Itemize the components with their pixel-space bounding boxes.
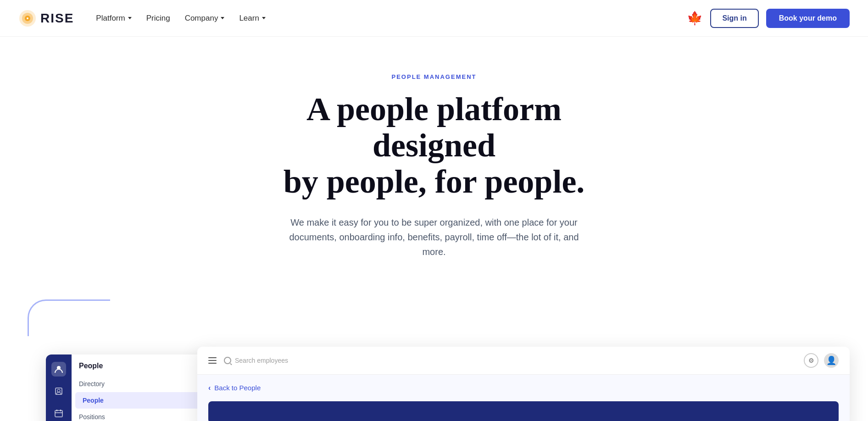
hamburger-icon[interactable] <box>208 357 217 364</box>
book-demo-button[interactable]: Book your demo <box>766 9 850 28</box>
app-preview: People Directory ▾ People Positions <box>0 299 868 421</box>
sidebar-item-people[interactable]: People <box>75 392 207 409</box>
navbar: RISE Platform Pricing Company Learn 🍁 Si… <box>0 0 868 37</box>
hero-eyebrow: PEOPLE MANAGEMENT <box>18 73 850 80</box>
deco-curve-left <box>28 299 110 336</box>
panel-body: ‹ Back to People <box>197 375 850 421</box>
sidebar-item-directory[interactable]: Directory ▾ <box>72 376 211 392</box>
company-chevron-icon <box>221 17 224 19</box>
hero-section: PEOPLE MANAGEMENT A people platform desi… <box>0 37 868 299</box>
rail-contacts-icon <box>51 384 66 399</box>
panel-topbar-right: ⚙ 👤 <box>804 353 839 368</box>
sign-in-button[interactable]: Sign in <box>710 9 758 28</box>
back-to-people-link[interactable]: ‹ Back to People <box>208 384 839 392</box>
rail-people-icon <box>51 362 66 377</box>
sidebar-mockup: People Directory ▾ People Positions <box>46 355 211 421</box>
panel-topbar-left: Search employees <box>208 357 288 364</box>
svg-point-6 <box>57 389 60 392</box>
hamburger-line-1 <box>208 357 217 358</box>
sidebar-section-title: People <box>72 362 211 376</box>
learn-chevron-icon <box>262 17 266 19</box>
platform-chevron-icon <box>128 17 132 19</box>
back-chevron-icon: ‹ <box>208 384 211 392</box>
logo-icon <box>18 9 37 28</box>
svg-rect-7 <box>55 410 62 417</box>
nav-pricing[interactable]: Pricing <box>141 10 176 27</box>
nav-company[interactable]: Company <box>179 10 230 27</box>
avatar: 👤 <box>824 353 839 368</box>
canada-flag-icon: 🍁 <box>687 11 703 26</box>
main-panel-mockup: Search employees ⚙ 👤 ‹ Back to People <box>197 347 850 421</box>
hero-subtitle: We make it easy for you to be super orga… <box>278 215 590 259</box>
panel-topbar: Search employees ⚙ 👤 <box>197 347 850 375</box>
hero-title: A people platform designed by people, fo… <box>18 91 850 200</box>
nav-platform[interactable]: Platform <box>90 10 137 27</box>
settings-icon[interactable]: ⚙ <box>804 353 818 368</box>
hamburger-line-3 <box>208 363 217 364</box>
sidebar-rail <box>46 355 72 421</box>
svg-point-3 <box>27 17 28 19</box>
navbar-left: RISE Platform Pricing Company Learn <box>18 9 271 28</box>
logo[interactable]: RISE <box>18 9 74 28</box>
search-placeholder: Search employees <box>235 357 288 364</box>
nav-learn[interactable]: Learn <box>234 10 271 27</box>
search-area: Search employees <box>224 357 288 364</box>
navbar-right: 🍁 Sign in Book your demo <box>687 9 850 28</box>
nav-links: Platform Pricing Company Learn <box>90 10 271 27</box>
sidebar-item-positions[interactable]: Positions <box>72 409 211 421</box>
sidebar-content: People Directory ▾ People Positions <box>72 355 211 421</box>
logo-text: RISE <box>40 11 74 26</box>
content-blue-bar <box>208 401 839 421</box>
search-icon <box>224 357 231 364</box>
hamburger-line-2 <box>208 360 217 361</box>
rail-calendar-icon <box>51 406 66 421</box>
